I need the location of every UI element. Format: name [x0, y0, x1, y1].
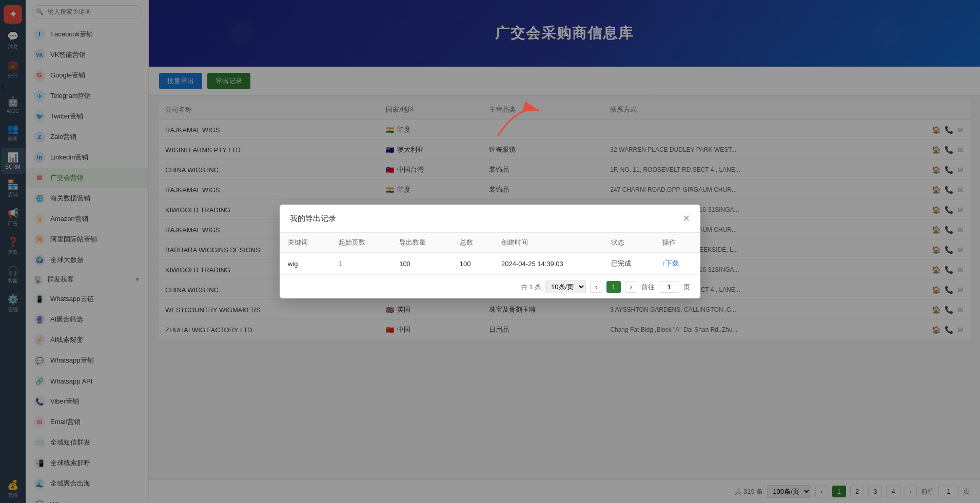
modal-col-startpage: 起始页数	[330, 233, 391, 253]
export-record-table: 关键词 起始页数 导出数量 总数 创建时间 状态 操作 wig 1 100 10…	[280, 233, 700, 275]
modal-startpage: 1	[330, 253, 391, 275]
modal-close-button[interactable]: ✕	[682, 213, 690, 224]
modal-table-row: wig 1 100 100 2024-04-25 14:39:03 已完成 ↑下…	[280, 253, 700, 275]
modal-created: 2024-04-25 14:39:03	[493, 253, 603, 275]
modal-action[interactable]: ↑下载	[654, 253, 700, 275]
modal-status: 已完成	[603, 253, 654, 275]
modal-header: 我的导出记录 ✕	[280, 205, 700, 233]
modal-overlay[interactable]: 我的导出记录 ✕ 关键词 起始页数 导出数量 总数 创建时间 状态 操作	[0, 0, 980, 503]
modal-page-1[interactable]: 1	[606, 281, 620, 293]
modal-keyword: wig	[280, 253, 330, 275]
modal-exportcount: 100	[391, 253, 452, 275]
modal-col-exportcount: 导出数量	[391, 233, 452, 253]
modal-total: 100	[452, 253, 493, 275]
modal-title: 我的导出记录	[290, 214, 336, 224]
export-record-modal: 我的导出记录 ✕ 关键词 起始页数 导出数量 总数 创建时间 状态 操作	[280, 205, 700, 298]
modal-total: 共 1 条	[521, 283, 541, 292]
modal-next-btn[interactable]: ›	[625, 281, 637, 293]
modal-goto-input[interactable]	[659, 281, 679, 293]
modal-col-created: 创建时间	[493, 233, 603, 253]
modal-col-status: 状态	[603, 233, 654, 253]
modal-col-total: 总数	[452, 233, 493, 253]
modal-body: 关键词 起始页数 导出数量 总数 创建时间 状态 操作 wig 1 100 10…	[280, 233, 700, 275]
modal-prev-btn[interactable]: ‹	[590, 281, 602, 293]
modal-col-action: 操作	[654, 233, 700, 253]
modal-col-keyword: 关键词	[280, 233, 330, 253]
modal-per-page[interactable]: 10条/页	[545, 280, 586, 293]
modal-footer: 共 1 条 10条/页 ‹ 1 › 前往 页	[280, 275, 700, 298]
download-link[interactable]: ↑下载	[662, 259, 679, 267]
